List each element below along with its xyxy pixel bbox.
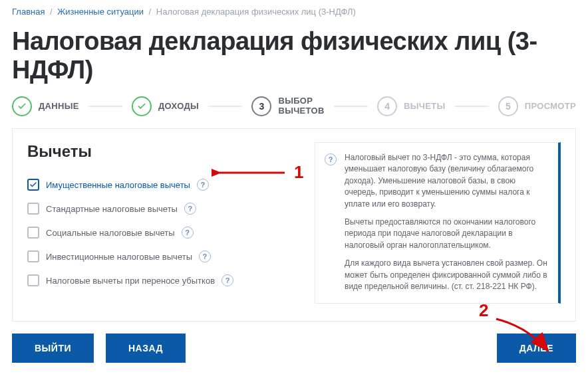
step-preview[interactable]: 5 ПРОСМОТР [498,96,576,116]
spacer [198,334,485,363]
checkbox-label[interactable]: Имущественные налоговые вычеты [46,180,190,190]
step-label: ДОХОДЫ [158,102,199,112]
step-income[interactable]: ДОХОДЫ [132,96,199,116]
step-data[interactable]: ДАННЫЕ [12,96,79,116]
stepper: ДАННЫЕ ДОХОДЫ 3 ВЫБОР ВЫЧЕТОВ 4 ВЫЧЕТЫ 5… [0,96,588,128]
breadcrumb-current: Налоговая декларация физических лиц (3-Н… [156,7,356,17]
help-icon[interactable]: ? [182,227,194,239]
breadcrumb-sep: / [50,7,53,17]
info-text: Налоговый вычет по 3-НДФЛ - это сумма, к… [345,152,547,292]
step-number: 3 [251,96,271,116]
button-bar: ВЫЙТИ НАЗАД ДАЛЕЕ [12,334,576,363]
help-icon[interactable]: ? [221,274,233,286]
step-number: 4 [377,96,397,116]
checkbox-label[interactable]: Инвестиционные налоговые вычеты [46,252,192,262]
deductions-list: Вычеты Имущественные налоговые вычеты ? … [27,142,296,304]
help-icon[interactable]: ? [184,203,196,215]
check-icon [12,96,32,116]
step-connector [334,106,368,107]
breadcrumb-situations[interactable]: Жизненные ситуации [57,7,144,17]
help-icon[interactable]: ? [197,179,209,191]
step-connector [208,106,242,107]
step-connector [454,106,488,107]
checkbox[interactable] [27,179,39,191]
info-panel: ? Налоговый вычет по 3-НДФЛ - это сумма,… [315,142,561,304]
deduction-investment: Инвестиционные налоговые вычеты ? [27,244,296,268]
step-deductions[interactable]: 4 ВЫЧЕТЫ [377,96,445,116]
step-connector [88,106,122,107]
info-paragraph: Налоговый вычет по 3-НДФЛ - это сумма, к… [345,152,547,210]
info-paragraph: Вычеты предоставляются по окончании нало… [345,217,547,251]
deduction-standard: Стандартные налоговые вычеты ? [27,197,296,221]
checkbox-label[interactable]: Стандартные налоговые вычеты [46,204,178,214]
deduction-property: Имущественные налоговые вычеты ? [27,173,296,197]
help-icon[interactable]: ? [199,250,211,262]
section-title: Вычеты [27,142,296,161]
check-icon [132,96,152,116]
breadcrumb: Главная / Жизненные ситуации / Налоговая… [0,0,588,21]
deduction-social: Социальные налоговые вычеты ? [27,221,296,244]
breadcrumb-home[interactable]: Главная [12,7,45,17]
step-number: 5 [498,96,518,116]
step-label: ВЫБОР ВЫЧЕТОВ [278,96,324,116]
info-paragraph: Для каждого вида вычета установлен свой … [345,258,547,292]
next-button[interactable]: ДАЛЕЕ [497,334,576,363]
main-panel: Вычеты Имущественные налоговые вычеты ? … [12,128,576,322]
step-label: ВЫЧЕТЫ [404,102,445,112]
checkbox[interactable] [27,274,39,286]
step-deduction-choice[interactable]: 3 ВЫБОР ВЫЧЕТОВ [251,96,324,116]
deduction-loss-carryover: Налоговые вычеты при переносе убытков ? [27,268,296,292]
checkbox[interactable] [27,250,39,262]
checkbox[interactable] [27,227,39,239]
page-title: Налоговая декларация физических лиц (3-Н… [0,21,588,96]
breadcrumb-sep: / [149,7,152,17]
exit-button[interactable]: ВЫЙТИ [12,334,94,363]
checkbox-label[interactable]: Социальные налоговые вычеты [46,228,175,238]
checkbox[interactable] [27,203,39,215]
info-card: ? Налоговый вычет по 3-НДФЛ - это сумма,… [315,142,561,304]
back-button[interactable]: НАЗАД [106,334,186,363]
step-label: ДАННЫЕ [39,102,79,112]
checkbox-label[interactable]: Налоговые вычеты при переносе убытков [46,276,215,286]
info-icon: ? [325,153,337,165]
step-label: ПРОСМОТР [525,102,576,112]
